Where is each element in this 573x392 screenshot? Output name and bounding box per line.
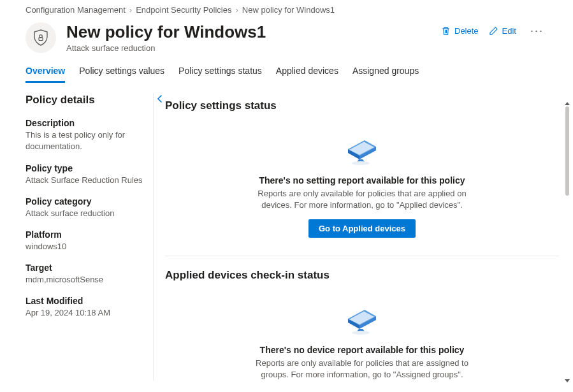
detail-value: mdm,microsoftSense (25, 274, 148, 286)
detail-policy-category: Policy category Attack surface reduction (25, 196, 148, 219)
monitor-icon (343, 130, 381, 166)
edit-button[interactable]: Edit (489, 26, 516, 36)
trash-icon (441, 26, 451, 36)
chevron-right-icon: › (129, 5, 132, 15)
page-header: New policy for Windows1 Attack surface r… (0, 18, 573, 62)
section-applied-devices-checkin: Applied devices check-in status There's … (165, 263, 559, 381)
detail-platform: Platform windows10 (25, 229, 148, 252)
detail-value: This is a test policy only for documenta… (25, 129, 148, 152)
detail-label: Policy category (25, 196, 148, 207)
go-to-applied-devices-button[interactable]: Go to Applied devices (308, 219, 416, 238)
breadcrumb-item-1[interactable]: Endpoint Security Policies (136, 5, 231, 15)
section-policy-settings-status: Policy settings status There's no settin… (165, 93, 559, 256)
policy-details-sidebar: Policy details Description This is a tes… (0, 93, 153, 381)
scroll-down-icon[interactable] (565, 379, 570, 382)
scroll-up-icon[interactable] (565, 102, 570, 105)
breadcrumb: Configuration Management › Endpoint Secu… (0, 0, 573, 18)
detail-value: Apr 19, 2024 10:18 AM (25, 307, 148, 319)
detail-policy-type: Policy type Attack Surface Reduction Rul… (25, 163, 148, 186)
detail-description: Description This is a test policy only f… (25, 118, 148, 152)
tab-assigned-groups[interactable]: Assigned groups (352, 62, 419, 83)
empty-state-description: Reports are only available for policies … (254, 358, 470, 381)
detail-label: Policy type (25, 163, 148, 173)
detail-value: windows10 (25, 241, 148, 252)
detail-label: Platform (25, 229, 148, 240)
svg-point-13 (352, 331, 370, 335)
empty-state-title: There's no device report available for t… (191, 345, 533, 355)
detail-last-modified: Last Modified Apr 19, 2024 10:18 AM (25, 296, 148, 319)
empty-state-description: Reports are only available for policies … (254, 188, 470, 211)
detail-label: Last Modified (25, 296, 148, 306)
delete-button[interactable]: Delete (441, 26, 479, 36)
delete-label: Delete (454, 26, 479, 36)
tab-applied-devices[interactable]: Applied devices (276, 62, 338, 83)
breadcrumb-item-2[interactable]: New policy for Windows1 (242, 5, 335, 15)
detail-target: Target mdm,microsoftSense (25, 263, 148, 286)
section-title: Policy settings status (165, 99, 559, 112)
detail-label: Target (25, 263, 148, 273)
tab-overview[interactable]: Overview (25, 62, 65, 83)
pencil-icon (489, 26, 498, 36)
scroll-thumb[interactable] (565, 106, 569, 196)
tab-policy-settings-status[interactable]: Policy settings status (178, 62, 262, 83)
svg-point-7 (352, 161, 370, 165)
breadcrumb-item-0[interactable]: Configuration Management (25, 5, 126, 15)
tab-policy-settings-values[interactable]: Policy settings values (79, 62, 164, 83)
chevron-right-icon: › (235, 5, 238, 15)
page-title: New policy for Windows1 (66, 22, 441, 42)
detail-value: Attack Surface Reduction Rules (25, 175, 148, 186)
tabs: Overview Policy settings values Policy s… (0, 62, 573, 83)
edit-label: Edit (502, 26, 516, 36)
sidebar-title: Policy details (25, 94, 95, 106)
monitor-icon (343, 300, 381, 335)
policy-shield-icon (25, 22, 56, 53)
empty-state-title: There's no setting report available for … (191, 175, 533, 185)
more-actions-button[interactable]: ··· (526, 25, 548, 36)
section-title: Applied devices check-in status (165, 269, 559, 282)
page-subtitle: Attack surface reduction (66, 43, 441, 53)
detail-value: Attack surface reduction (25, 208, 148, 219)
detail-label: Description (25, 118, 148, 128)
scrollbar[interactable] (563, 102, 572, 382)
main-content: Policy settings status There's no settin… (153, 93, 573, 381)
